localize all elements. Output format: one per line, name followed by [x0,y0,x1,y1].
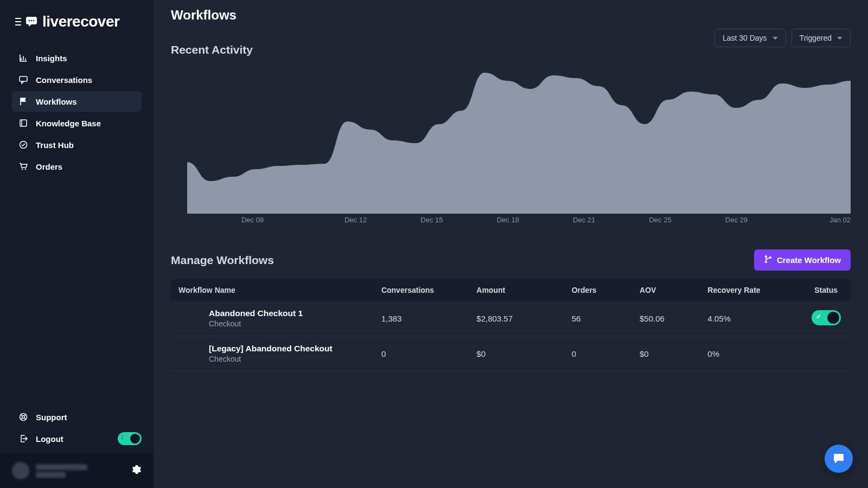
x-tick: Jan 02 [775,216,851,230]
table-row[interactable]: Abandoned Checkout 1Checkout1,383$2,803.… [171,301,851,336]
workflow-sub: Checkout [209,319,368,328]
x-tick: Dec 25 [622,216,698,230]
chevron-down-icon [837,37,843,40]
sidebar: liverecover Insights Conversations Workf… [0,0,154,488]
avatar[interactable] [12,462,29,479]
th-status: Status [796,279,851,301]
main: Workflows Recent Activity Last 30 Days T… [154,0,868,488]
cell-orders: 56 [565,301,633,336]
svg-point-2 [31,20,33,22]
x-axis: Dec 08Dec 12Dec 15Dec 18Dec 21Dec 25Dec … [187,216,851,230]
nav-label: Insights [36,54,67,63]
cell-amount: $2,803.57 [470,301,565,336]
nav-label: Logout [36,434,63,444]
bar-chart-icon [18,53,28,63]
theme-toggle[interactable] [118,432,142,445]
cell-aov: $0 [633,336,701,371]
th-name: Workflow Name [171,279,375,301]
chart-controls: Last 30 Days Triggered [714,29,851,47]
page-title: Workflows [171,8,851,23]
sidebar-item-conversations[interactable]: Conversations [12,69,142,90]
nav-label: Knowledge Base [36,119,101,128]
workflow-sub: Checkout [209,355,368,363]
chat-fab[interactable] [825,445,853,473]
th-conversations: Conversations [375,279,470,301]
gear-icon[interactable] [132,465,142,477]
svg-point-13 [765,261,767,263]
button-label: Create Workflow [777,255,841,265]
chat-bubble-icon [18,75,28,85]
status-toggle[interactable] [812,310,841,325]
nav-label: Orders [36,162,62,171]
svg-point-12 [765,255,767,258]
cell-recovery: 4.05% [701,301,796,336]
cell-recovery: 0% [701,336,796,371]
activity-chart: Dec 08Dec 12Dec 15Dec 18Dec 21Dec 25Dec … [171,62,851,230]
activity-header: Recent Activity Last 30 Days Triggered [171,43,851,56]
user-name-block [36,463,125,479]
manage-header: Manage Workflows Create Workflow [171,249,851,271]
nav-label: Support [36,413,67,422]
menu-icon[interactable] [15,17,37,27]
sidebar-item-support[interactable]: Support [12,407,142,427]
cell-aov: $50.06 [633,301,701,336]
x-tick: Dec 29 [698,216,774,230]
dropdown-label: Last 30 Days [723,34,767,42]
workflow-name: [Legacy] Abandoned Checkout [209,344,368,354]
svg-point-9 [25,169,26,170]
brand-name: liverecover [42,13,119,30]
svg-point-8 [22,169,23,170]
th-aov: AOV [633,279,701,301]
nav-label: Conversations [36,75,92,85]
manage-title: Manage Workflows [171,254,274,267]
create-workflow-button[interactable]: Create Workflow [754,249,851,271]
x-tick: Dec 15 [394,216,470,230]
nav-label: Trust Hub [36,140,74,150]
sidebar-item-orders[interactable]: Orders [12,156,142,177]
bottom-nav: Support Logout [0,407,154,453]
chevron-down-icon [773,37,778,40]
cell-orders: 0 [565,336,633,371]
lifesaver-icon [18,412,28,422]
workflows-table: Workflow Name Conversations Amount Order… [171,279,851,371]
svg-rect-5 [20,120,27,126]
book-icon [18,118,28,128]
brand-row: liverecover [0,0,154,48]
svg-rect-4 [20,76,27,81]
sidebar-item-knowledge-base[interactable]: Knowledge Base [12,113,142,133]
svg-point-3 [33,20,35,22]
th-recovery: Recovery Rate [701,279,796,301]
branch-icon [764,255,773,265]
activity-title: Recent Activity [171,43,253,56]
sidebar-item-workflows[interactable]: Workflows [12,91,142,112]
x-tick: Dec 08 [187,216,317,230]
x-tick: Dec 18 [470,216,546,230]
nav: Insights Conversations Workflows Knowled… [0,48,154,177]
date-range-dropdown[interactable]: Last 30 Days [714,29,786,47]
logout-icon [18,434,28,444]
cell-conversations: 1,383 [375,301,470,336]
workflow-name: Abandoned Checkout 1 [209,309,368,318]
sidebar-item-insights[interactable]: Insights [12,48,142,68]
nav-label: Workflows [36,97,77,106]
x-tick: Dec 21 [546,216,622,230]
svg-point-11 [22,416,25,419]
th-orders: Orders [565,279,633,301]
svg-point-1 [29,20,30,22]
table-row[interactable]: [Legacy] Abandoned CheckoutCheckout0$00$… [171,336,851,371]
x-tick: Dec 12 [317,216,393,230]
cart-icon [18,162,28,171]
sidebar-item-logout[interactable]: Logout [12,428,118,449]
th-amount: Amount [470,279,565,301]
cell-amount: $0 [470,336,565,371]
check-circle-icon [18,140,28,150]
sidebar-item-trust-hub[interactable]: Trust Hub [12,134,142,155]
flag-icon [18,97,28,106]
user-bar [0,453,154,488]
cell-conversations: 0 [375,336,470,371]
chat-icon [832,452,846,466]
area-chart-svg [187,62,851,214]
dropdown-label: Triggered [800,34,832,42]
metric-dropdown[interactable]: Triggered [792,29,851,47]
